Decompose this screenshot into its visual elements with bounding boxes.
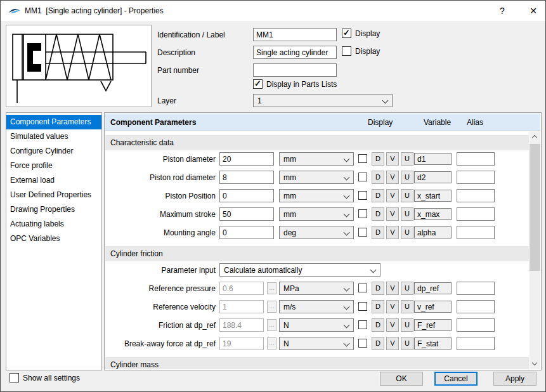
u-button[interactable]: U — [401, 318, 413, 332]
display-checkbox[interactable] — [358, 339, 367, 348]
display-checkbox[interactable] — [358, 228, 367, 237]
display-checkbox[interactable] — [358, 209, 367, 218]
sidebar-item[interactable]: External load — [6, 173, 101, 188]
u-button[interactable]: U — [401, 226, 413, 239]
checkbox-icon[interactable] — [342, 29, 351, 38]
u-button[interactable]: U — [401, 152, 413, 166]
unit-value: mm — [283, 192, 296, 200]
checkbox-icon[interactable] — [342, 46, 351, 56]
sidebar-item[interactable]: Drawing Properties — [6, 202, 101, 217]
identification-input[interactable] — [253, 28, 337, 41]
alias-input[interactable] — [457, 207, 495, 221]
sidebar-item[interactable]: Actuating labels — [6, 217, 101, 232]
checkbox-icon[interactable] — [253, 79, 263, 89]
vertical-scrollbar[interactable] — [530, 131, 540, 369]
v-button[interactable]: V — [386, 189, 399, 202]
unit-select[interactable]: N — [279, 337, 354, 350]
sidebar-item[interactable]: Configure Cylinder — [6, 144, 101, 159]
description-input[interactable] — [253, 46, 337, 59]
alias-input[interactable] — [457, 300, 495, 313]
display-checkbox[interactable] — [358, 191, 367, 200]
checkbox-icon[interactable] — [10, 373, 19, 382]
alias-input[interactable] — [457, 226, 495, 239]
unit-select[interactable]: mm — [279, 189, 354, 202]
u-button[interactable]: U — [401, 337, 413, 350]
parameter-input-select[interactable]: Calculate automatically — [219, 263, 380, 277]
show-all-settings-check[interactable]: Show all settings — [10, 373, 80, 382]
parameter-value-input[interactable] — [219, 171, 274, 184]
u-button[interactable]: U — [401, 189, 413, 202]
description-display-check[interactable]: Display — [342, 46, 380, 56]
d-button[interactable]: D — [372, 226, 384, 239]
u-button[interactable]: U — [401, 300, 413, 313]
u-button[interactable]: U — [401, 171, 413, 184]
v-button[interactable]: V — [386, 152, 399, 166]
parameter-value-input[interactable] — [219, 282, 264, 295]
unit-select[interactable]: MPa — [279, 282, 354, 295]
ellipsis-button[interactable]: ... — [267, 337, 276, 350]
display-checkbox[interactable] — [358, 320, 367, 329]
unit-select[interactable]: mm — [279, 171, 354, 184]
alias-input[interactable] — [457, 337, 495, 350]
layer-select[interactable]: 1 — [253, 94, 393, 107]
display-checkbox[interactable] — [358, 284, 367, 292]
sidebar-item[interactable]: Simulated values — [6, 129, 101, 144]
parameter-value-input[interactable] — [219, 189, 274, 202]
alias-input[interactable] — [457, 171, 495, 184]
v-button[interactable]: V — [386, 318, 399, 332]
parameter-value-input[interactable] — [219, 207, 274, 221]
scroll-up-button[interactable] — [530, 131, 540, 142]
alias-input[interactable] — [457, 282, 495, 295]
u-button[interactable]: U — [401, 207, 413, 221]
part-number-input[interactable] — [253, 63, 337, 77]
v-button[interactable]: V — [386, 337, 399, 350]
d-button[interactable]: D — [372, 152, 384, 166]
close-button[interactable]: ✕ — [521, 1, 546, 21]
d-button[interactable]: D — [372, 189, 384, 202]
d-button[interactable]: D — [372, 207, 384, 221]
d-button[interactable]: D — [372, 318, 384, 332]
help-button[interactable]: ? — [492, 1, 512, 21]
v-button[interactable]: V — [386, 171, 399, 184]
sidebar-item[interactable]: Component Parameters — [6, 115, 101, 129]
d-button[interactable]: D — [372, 300, 384, 313]
d-button[interactable]: D — [372, 171, 384, 184]
display-checkbox[interactable] — [358, 173, 367, 181]
unit-select[interactable]: mm — [279, 152, 354, 166]
alias-input[interactable] — [457, 318, 495, 332]
display-checkbox[interactable] — [358, 154, 367, 163]
parameter-value-input[interactable] — [219, 318, 264, 332]
v-button[interactable]: V — [386, 226, 399, 239]
scrollbar-thumb[interactable] — [530, 144, 540, 271]
identification-display-check[interactable]: Display — [342, 29, 380, 38]
ellipsis-button[interactable]: ... — [267, 301, 276, 313]
v-button[interactable]: V — [386, 207, 399, 221]
cancel-button[interactable]: Cancel — [434, 372, 478, 386]
sidebar-item[interactable]: Force profile — [6, 159, 101, 173]
parameter-value-input[interactable] — [219, 152, 274, 166]
display-checkbox[interactable] — [358, 302, 367, 311]
apply-button[interactable]: Apply — [493, 372, 536, 386]
ok-button[interactable]: OK — [380, 372, 423, 386]
parameter-value-input[interactable] — [219, 337, 264, 350]
unit-select[interactable]: N — [279, 318, 354, 332]
parameter-value-input[interactable] — [219, 226, 274, 239]
alias-input[interactable] — [457, 189, 495, 202]
v-button[interactable]: V — [386, 300, 399, 313]
parts-lists-check[interactable]: Display in Parts Lists — [253, 79, 337, 89]
parameter-row: Piston rod diameter ... mm D V U d2 — [105, 169, 529, 187]
v-button[interactable]: V — [386, 282, 399, 295]
unit-select[interactable]: mm — [279, 207, 354, 221]
scroll-down-button[interactable] — [530, 358, 540, 369]
u-button[interactable]: U — [401, 282, 413, 295]
parameter-value-input[interactable] — [219, 300, 264, 313]
alias-input[interactable] — [457, 152, 495, 166]
d-button[interactable]: D — [372, 337, 384, 350]
unit-select[interactable]: m/s — [279, 300, 354, 313]
ellipsis-button[interactable]: ... — [267, 282, 276, 294]
unit-select[interactable]: deg — [279, 226, 354, 239]
d-button[interactable]: D — [372, 282, 384, 295]
sidebar-item[interactable]: User Defined Properties — [6, 188, 101, 202]
sidebar-item[interactable]: OPC Variables — [6, 232, 101, 246]
ellipsis-button[interactable]: ... — [267, 319, 276, 331]
